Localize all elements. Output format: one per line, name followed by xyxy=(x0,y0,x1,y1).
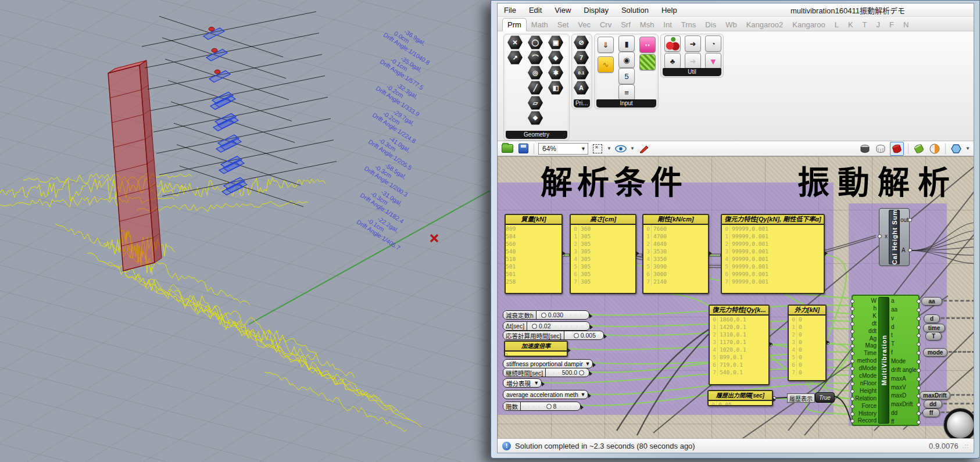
slider-grip-icon[interactable] xyxy=(546,404,552,409)
mv-input-k[interactable]: K xyxy=(853,313,877,319)
capsule-time[interactable]: time xyxy=(923,324,945,332)
curve-icon[interactable]: ⌒ xyxy=(528,51,543,65)
port-dot[interactable] xyxy=(917,299,921,303)
toggle-icon[interactable]: ◖◗ xyxy=(639,37,656,53)
colour-swatch-icon[interactable] xyxy=(639,54,656,70)
save-document-button[interactable] xyxy=(517,142,530,155)
mv-output-aa[interactable]: aa xyxy=(891,306,897,313)
sketch-tool-button[interactable] xyxy=(638,142,650,155)
mv-output-t[interactable]: T xyxy=(891,341,895,347)
tab-k[interactable]: K xyxy=(843,19,858,31)
component-cal-height-sum[interactable]: Cal Height SumxoutA xyxy=(879,208,910,266)
mv-input-history[interactable]: History xyxy=(853,410,877,417)
ellipse-icon[interactable]: ◯ xyxy=(528,35,543,49)
capsule-mode[interactable]: mode xyxy=(923,348,947,357)
port-dot[interactable] xyxy=(917,317,921,321)
brep-icon[interactable]: ◆ xyxy=(548,51,563,65)
param-arrow-icon[interactable]: ↗ xyxy=(507,51,523,65)
capsule-d[interactable]: d xyxy=(924,314,940,323)
port-dot[interactable] xyxy=(850,337,854,341)
port-dot[interactable] xyxy=(850,299,854,303)
solver-info-icon[interactable] xyxy=(502,442,511,450)
tab-math[interactable]: Math xyxy=(527,19,553,31)
canvas-style-button[interactable] xyxy=(950,142,963,155)
preview-dropdown-chevron-icon[interactable] xyxy=(630,146,635,151)
tab-crv[interactable]: Crv xyxy=(595,19,616,31)
port-dot[interactable] xyxy=(850,404,854,409)
mv-output-ff[interactable]: ff xyxy=(891,418,894,425)
palette-group-label[interactable]: Util xyxy=(663,68,721,76)
mv-input-record[interactable]: Record xyxy=(853,417,877,424)
galapagos-icon[interactable]: ◔ xyxy=(705,35,721,52)
point-icon[interactable]: ❖ xyxy=(528,111,543,125)
mv-output-mode[interactable]: Mode xyxy=(891,358,906,364)
mv-input-nfloor[interactable]: nFloor xyxy=(853,380,877,386)
port-dot[interactable] xyxy=(850,314,854,318)
tab-l[interactable]: L xyxy=(830,19,843,31)
plane-icon[interactable]: ▱ xyxy=(528,96,543,110)
open-document-button[interactable] xyxy=(501,142,514,155)
port-dot[interactable] xyxy=(908,218,912,222)
mv-input-force[interactable]: Force xyxy=(853,403,877,409)
preview-shaded-button[interactable] xyxy=(890,142,904,156)
tab-set[interactable]: Set xyxy=(553,19,574,31)
dropdown-2[interactable]: average acceleration method xyxy=(503,390,588,399)
slider-2[interactable]: 応答計算用時間[sec]0.005 xyxy=(503,331,604,340)
zoom-dropdown-chevron-icon[interactable] xyxy=(607,146,611,151)
mv-input-time[interactable]: Time xyxy=(853,350,877,356)
mv-output-maxd[interactable]: maxD xyxy=(891,392,906,399)
port-dot[interactable] xyxy=(908,248,912,252)
port-dot[interactable] xyxy=(917,420,921,424)
slider-track[interactable]: 0.030 xyxy=(537,311,589,318)
menu-display[interactable]: Display xyxy=(577,6,615,15)
tab-j[interactable]: J xyxy=(872,19,885,31)
canvas-nav-ball[interactable] xyxy=(944,409,974,438)
palette-group-label[interactable]: Geometry xyxy=(506,131,567,139)
palette-group-label[interactable]: Input xyxy=(596,99,656,108)
line-icon[interactable]: ╱ xyxy=(528,81,543,95)
slider-track[interactable]: 0.02 xyxy=(527,323,589,330)
mv-input-ddt[interactable]: ddt xyxy=(853,328,877,334)
zoom-combo[interactable]: 64% xyxy=(538,143,588,155)
mv-input-relation[interactable]: Relation xyxy=(853,395,877,402)
port-dot[interactable] xyxy=(917,360,921,364)
slider-grip-icon[interactable] xyxy=(574,333,579,338)
gh-canvas[interactable]: 解析条件 振動解析 質量[kN]809584560540518501501258… xyxy=(498,156,974,438)
relay-dark-icon[interactable]: ➜ xyxy=(685,35,701,52)
box-icon[interactable]: ▣ xyxy=(548,35,563,49)
tab-kangaroo[interactable]: Kangaroo xyxy=(788,19,829,31)
null-icon[interactable]: ⊘ xyxy=(574,35,589,49)
menu-solution[interactable]: Solution xyxy=(615,6,655,15)
preview-visibility-button[interactable] xyxy=(614,142,627,155)
graph-mapper-icon[interactable]: ∿ xyxy=(598,56,614,73)
zoom-extents-button[interactable] xyxy=(591,142,604,155)
mv-output-dd[interactable]: dd xyxy=(891,410,897,416)
solver-speed-button[interactable] xyxy=(928,142,941,155)
slider-track[interactable]: 500.0 xyxy=(546,369,589,376)
panel-4[interactable]: 復元力特性[Qy[k...01860,0.111420,0.121310,0.1… xyxy=(709,305,770,385)
integer-icon[interactable]: 7 xyxy=(574,51,589,65)
port-dot[interactable] xyxy=(850,397,854,401)
tab-msh[interactable]: Msh xyxy=(635,19,659,31)
capsule-t[interactable]: T xyxy=(925,332,942,341)
tab-vec[interactable]: Vec xyxy=(573,19,595,31)
flask-icon[interactable]: ▼ xyxy=(705,53,721,69)
mv-output-f[interactable]: f xyxy=(891,349,893,356)
palette-group-label[interactable]: Pri… xyxy=(574,99,590,108)
kangaroo-icon[interactable] xyxy=(664,35,681,52)
tab-prm[interactable]: Prm xyxy=(502,18,527,31)
preview-wireframe-button[interactable] xyxy=(874,142,887,155)
dropdown-1[interactable]: 増分表現 xyxy=(503,378,542,388)
chevron-down-icon[interactable] xyxy=(578,391,588,399)
port-dot[interactable] xyxy=(878,234,882,238)
mv-input-ag[interactable]: Ag xyxy=(853,335,877,342)
slider-grip-icon[interactable] xyxy=(541,313,546,318)
dropdown-0[interactable]: stiffness proportional damping xyxy=(503,359,593,368)
text-icon[interactable]: A xyxy=(574,81,589,95)
button-icon[interactable]: ▮ xyxy=(618,35,635,52)
capsule-dd[interactable]: dd xyxy=(924,400,942,409)
mv-input-mag[interactable]: Mag xyxy=(853,342,877,349)
capsule-ff[interactable]: ff xyxy=(922,409,940,417)
port-dot[interactable] xyxy=(917,325,921,330)
mv-input-w[interactable]: W xyxy=(853,298,877,304)
